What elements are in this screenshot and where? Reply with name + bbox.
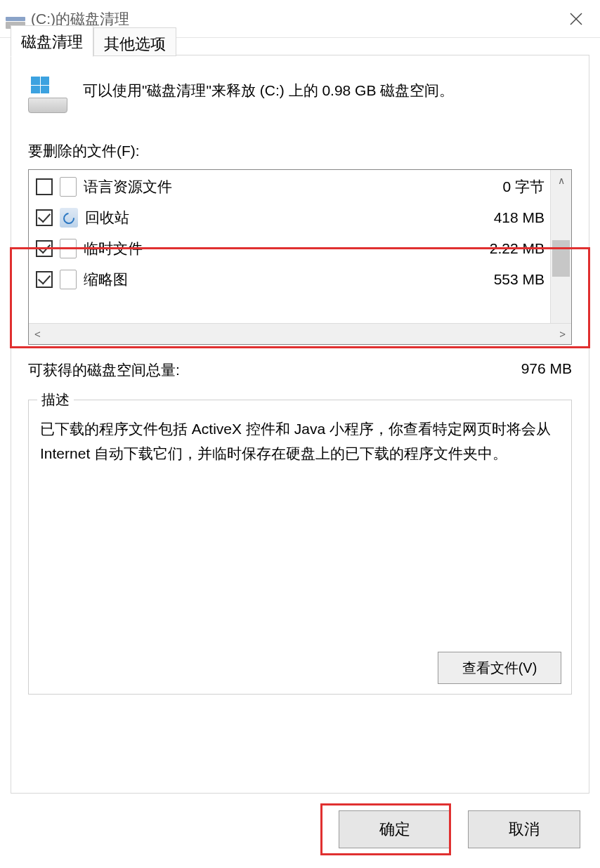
description-text: 已下载的程序文件包括 ActiveX 控件和 Java 小程序，你查看特定网页时… <box>40 417 560 466</box>
dialog-buttons: 确定 取消 <box>339 810 580 848</box>
file-icon <box>60 177 77 197</box>
tab-bar: 磁盘清理 其他选项 <box>11 25 176 56</box>
file-row[interactable]: 语言资源文件 0 字节 <box>29 171 550 202</box>
ok-button[interactable]: 确定 <box>339 810 451 848</box>
drive-icon <box>28 77 67 113</box>
scroll-thumb[interactable] <box>552 240 570 277</box>
file-list: 语言资源文件 0 字节 回收站 418 MB 临时文件 2.22 MB <box>28 169 572 345</box>
file-size: 0 字节 <box>502 177 544 197</box>
file-row[interactable]: 临时文件 2.22 MB <box>29 233 550 264</box>
checkbox[interactable] <box>36 178 53 195</box>
cancel-button[interactable]: 取消 <box>468 810 580 848</box>
file-size: 2.22 MB <box>490 240 544 257</box>
file-row[interactable]: 回收站 418 MB <box>29 202 550 233</box>
file-size: 418 MB <box>494 209 544 226</box>
total-space-value: 976 MB <box>521 360 572 380</box>
intro-text: 可以使用"磁盘清理"来释放 (C:) 上的 0.98 GB 磁盘空间。 <box>83 77 454 102</box>
description-group: 描述 已下载的程序文件包括 ActiveX 控件和 Java 小程序，你查看特定… <box>28 400 572 695</box>
checkbox[interactable] <box>36 209 53 226</box>
horizontal-scrollbar[interactable]: < > <box>29 323 571 344</box>
main-panel: 磁盘清理 其他选项 可以使用"磁盘清理"来释放 (C:) 上的 0.98 GB … <box>11 55 589 794</box>
recycle-bin-icon <box>60 208 78 228</box>
files-to-delete-label: 要删除的文件(F): <box>28 141 572 161</box>
file-name: 临时文件 <box>84 239 483 258</box>
scroll-right-icon[interactable]: > <box>559 328 566 340</box>
close-button[interactable] <box>555 0 597 38</box>
vertical-scrollbar[interactable]: ∧ <box>550 170 571 323</box>
intro-row: 可以使用"磁盘清理"来释放 (C:) 上的 0.98 GB 磁盘空间。 <box>28 77 572 113</box>
tab-disk-cleanup[interactable]: 磁盘清理 <box>11 25 93 57</box>
description-legend: 描述 <box>37 390 74 409</box>
scroll-up-icon[interactable]: ∧ <box>551 170 571 191</box>
file-icon <box>60 239 77 258</box>
checkbox[interactable] <box>36 240 53 257</box>
checkbox[interactable] <box>36 271 53 288</box>
file-icon <box>60 270 77 289</box>
scroll-left-icon[interactable]: < <box>34 328 41 340</box>
file-size: 553 MB <box>494 271 544 288</box>
total-space-row: 可获得的磁盘空间总量: 976 MB <box>28 360 572 380</box>
view-files-button[interactable]: 查看文件(V) <box>438 652 561 684</box>
file-name: 回收站 <box>85 208 487 228</box>
scroll-down-icon[interactable] <box>551 302 571 323</box>
file-name: 缩略图 <box>84 270 487 289</box>
file-name: 语言资源文件 <box>84 177 495 197</box>
file-row[interactable]: 缩略图 553 MB <box>29 264 550 295</box>
total-space-label: 可获得的磁盘空间总量: <box>28 360 180 380</box>
tab-other-options[interactable]: 其他选项 <box>93 27 176 56</box>
